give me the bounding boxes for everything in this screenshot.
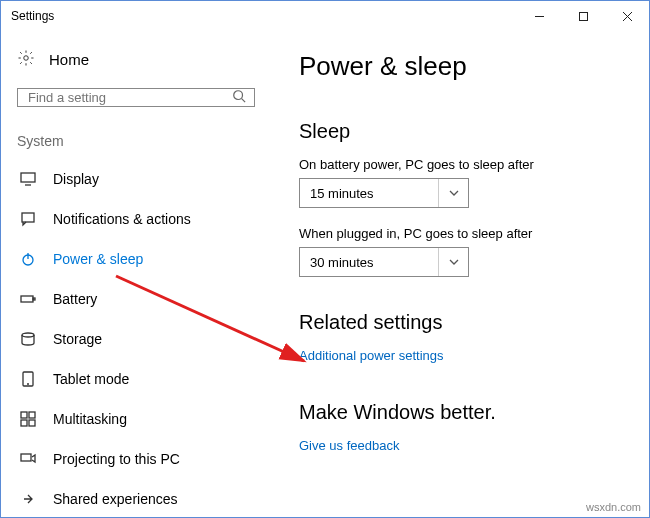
svg-rect-13 [33,298,35,300]
plugged-sleep-value: 30 minutes [310,255,438,270]
search-input[interactable] [26,89,232,106]
sidebar-item-label: Shared experiences [53,491,178,507]
close-button[interactable] [605,1,649,31]
sidebar-item-label: Projecting to this PC [53,451,180,467]
tablet-icon [19,371,37,387]
sidebar-item-label: Power & sleep [53,251,143,267]
search-box[interactable] [17,88,255,107]
search-icon [232,89,246,106]
plugged-sleep-label: When plugged in, PC goes to sleep after [299,226,629,241]
svg-rect-1 [579,12,587,20]
svg-rect-12 [21,296,33,302]
maximize-button[interactable] [561,1,605,31]
multitasking-icon [19,411,37,427]
window-title: Settings [11,9,54,23]
gear-icon [17,49,35,70]
sidebar-nav: Display Notifications & actions Power & … [17,159,255,517]
battery-sleep-dropdown[interactable]: 15 minutes [299,178,469,208]
chevron-down-icon [438,179,468,207]
sidebar-item-storage[interactable]: Storage [17,319,255,359]
sidebar-item-tablet-mode[interactable]: Tablet mode [17,359,255,399]
svg-point-5 [234,91,243,100]
sidebar-group-label: System [17,133,255,149]
sidebar-item-label: Storage [53,331,102,347]
page-title: Power & sleep [299,51,629,82]
projecting-icon [19,451,37,467]
main-content: Power & sleep Sleep On battery power, PC… [271,31,649,517]
feedback-link[interactable]: Give us feedback [299,438,629,453]
display-icon [19,171,37,187]
sidebar-item-display[interactable]: Display [17,159,255,199]
home-label: Home [49,51,89,68]
sidebar-item-shared-experiences[interactable]: Shared experiences [17,479,255,517]
battery-sleep-label: On battery power, PC goes to sleep after [299,157,629,172]
sidebar-item-notifications[interactable]: Notifications & actions [17,199,255,239]
svg-point-14 [22,333,34,337]
svg-rect-19 [21,420,27,426]
battery-sleep-value: 15 minutes [310,186,438,201]
feedback-heading: Make Windows better. [299,401,629,424]
sidebar-item-label: Notifications & actions [53,211,191,227]
svg-rect-20 [29,420,35,426]
svg-rect-7 [21,173,35,182]
svg-line-6 [242,99,246,103]
svg-rect-9 [22,213,34,222]
sleep-heading: Sleep [299,120,629,143]
additional-power-settings-link[interactable]: Additional power settings [299,348,629,363]
home-button[interactable]: Home [17,49,255,70]
minimize-button[interactable] [517,1,561,31]
sidebar: Home System Display Notifications & acti… [1,31,271,517]
battery-icon [19,291,37,307]
plugged-sleep-dropdown[interactable]: 30 minutes [299,247,469,277]
watermark: wsxdn.com [586,501,641,513]
sidebar-item-power-sleep[interactable]: Power & sleep [17,239,255,279]
svg-rect-17 [21,412,27,418]
sidebar-item-projecting[interactable]: Projecting to this PC [17,439,255,479]
svg-rect-21 [21,454,31,461]
svg-point-4 [24,56,29,61]
sidebar-item-battery[interactable]: Battery [17,279,255,319]
power-icon [19,251,37,267]
sidebar-item-label: Display [53,171,99,187]
sidebar-item-label: Multitasking [53,411,127,427]
related-heading: Related settings [299,311,629,334]
sidebar-item-label: Battery [53,291,97,307]
storage-icon [19,331,37,347]
chevron-down-icon [438,248,468,276]
titlebar: Settings [1,1,649,31]
sidebar-item-multitasking[interactable]: Multitasking [17,399,255,439]
notifications-icon [19,211,37,227]
sidebar-item-label: Tablet mode [53,371,129,387]
settings-window: Settings Home Sy [0,0,650,518]
shared-icon [19,491,37,507]
svg-rect-18 [29,412,35,418]
